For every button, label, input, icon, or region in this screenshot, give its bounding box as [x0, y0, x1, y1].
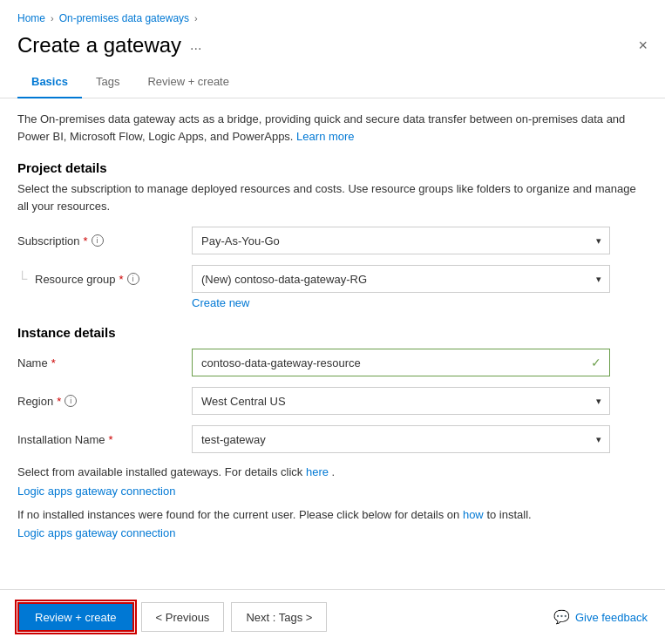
installation-row: Installation Name * test-gateway ▾	[17, 425, 648, 453]
tab-basics[interactable]: Basics	[17, 68, 82, 98]
name-required: *	[51, 356, 56, 369]
warning-info-text: If no installed instances were found for…	[17, 506, 648, 524]
create-new-link[interactable]: Create new	[17, 296, 648, 309]
subscription-select[interactable]: Pay-As-You-Go	[192, 227, 610, 254]
installation-required: *	[108, 433, 112, 446]
installation-select[interactable]: test-gateway	[192, 425, 610, 453]
subscription-required: *	[84, 234, 88, 247]
review-create-button[interactable]: Review + create	[17, 602, 134, 632]
tabs-container: Basics Tags Review + create	[0, 68, 665, 98]
breadcrumb: Home › On-premises data gateways ›	[0, 0, 665, 30]
subscription-info-icon[interactable]: i	[92, 234, 104, 247]
resource-group-label: Resource group * i	[35, 273, 192, 286]
name-control: ✓	[192, 349, 610, 376]
name-check-icon: ✓	[591, 356, 601, 369]
breadcrumb-sep-1: ›	[51, 13, 54, 24]
region-row: Region * i West Central US ▾	[17, 387, 648, 415]
page-title: Create a gateway	[17, 33, 181, 58]
page-title-row: Create a gateway ...	[17, 33, 201, 58]
gateway-info-text: Select from available installed gateways…	[17, 464, 648, 481]
page-header: Create a gateway ... ×	[0, 30, 665, 68]
give-feedback-label: Give feedback	[575, 611, 648, 624]
resource-indent-icon: └	[17, 271, 35, 287]
give-feedback-button[interactable]: 💬 Give feedback	[553, 609, 648, 625]
name-row: Name * ✓	[17, 349, 648, 376]
resource-group-select[interactable]: (New) contoso-data-gateway-RG	[192, 265, 610, 293]
previous-button[interactable]: < Previous	[141, 602, 225, 632]
next-button[interactable]: Next : Tags >	[231, 602, 327, 632]
subscription-control: Pay-As-You-Go ▾	[192, 227, 610, 254]
logic-apps-link-2[interactable]: Logic apps gateway connection	[17, 526, 175, 539]
how-link[interactable]: how	[463, 508, 484, 521]
name-label: Name *	[17, 356, 192, 369]
feedback-icon: 💬	[553, 609, 570, 625]
resource-group-control: (New) contoso-data-gateway-RG ▾	[192, 265, 610, 293]
gateway-description: The On-premises data gateway acts as a b…	[17, 111, 648, 145]
subscription-row: Subscription * i Pay-As-You-Go ▾	[17, 227, 648, 254]
instance-details-heading: Instance details	[17, 325, 648, 340]
breadcrumb-home[interactable]: Home	[17, 12, 45, 24]
breadcrumb-section[interactable]: On-premises data gateways	[59, 12, 189, 24]
installation-control: test-gateway ▾	[192, 425, 610, 453]
tab-review-create[interactable]: Review + create	[133, 68, 243, 98]
region-info-icon[interactable]: i	[64, 395, 77, 407]
name-input[interactable]	[192, 349, 610, 376]
resource-group-required: *	[119, 273, 124, 286]
more-icon[interactable]: ...	[190, 37, 201, 53]
footer: Review + create < Previous Next : Tags >…	[0, 589, 665, 644]
resource-group-row: └ Resource group * i (New) contoso-data-…	[17, 265, 648, 293]
installation-label: Installation Name *	[17, 433, 192, 446]
instance-details-section: Instance details Name * ✓ Region * i	[17, 325, 648, 539]
region-required: *	[57, 395, 61, 408]
resource-group-info-icon[interactable]: i	[127, 273, 139, 285]
region-select[interactable]: West Central US	[192, 387, 610, 415]
content-area: The On-premises data gateway acts as a b…	[0, 111, 665, 589]
tab-tags[interactable]: Tags	[82, 68, 133, 98]
subscription-label: Subscription * i	[17, 234, 192, 247]
page-container: Home › On-premises data gateways › Creat…	[0, 0, 665, 644]
close-icon[interactable]: ×	[638, 37, 648, 55]
project-details-desc: Select the subscription to manage deploy…	[17, 180, 648, 214]
region-control: West Central US ▾	[192, 387, 610, 415]
here-link[interactable]: here	[306, 465, 329, 478]
learn-more-link[interactable]: Learn more	[296, 130, 354, 143]
project-details-heading: Project details	[17, 160, 648, 175]
region-label: Region * i	[17, 395, 192, 408]
breadcrumb-sep-2: ›	[194, 13, 198, 24]
logic-apps-link-1[interactable]: Logic apps gateway connection	[17, 485, 175, 498]
